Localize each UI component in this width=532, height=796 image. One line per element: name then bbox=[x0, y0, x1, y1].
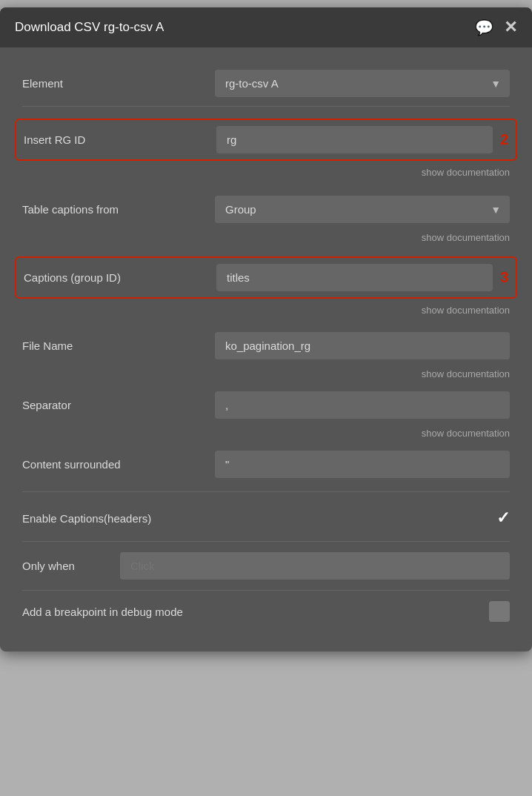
file-name-row: File Name bbox=[22, 325, 510, 367]
insert-rg-id-show-doc: show documentation bbox=[22, 165, 510, 182]
file-name-show-doc: show documentation bbox=[22, 367, 510, 384]
separator-input[interactable] bbox=[215, 391, 510, 419]
insert-rg-id-input[interactable] bbox=[216, 126, 493, 153]
enable-captions-label: Enable Captions(headers) bbox=[22, 512, 151, 525]
table-captions-show-doc: show documentation bbox=[22, 230, 510, 248]
title-bar-icons: 💬 ✕ bbox=[475, 18, 517, 37]
separator-label: Separator bbox=[22, 399, 207, 411]
debug-mode-checkbox[interactable] bbox=[489, 601, 510, 622]
separator-show-doc: show documentation bbox=[22, 426, 510, 443]
table-captions-doc-link[interactable]: show documentation bbox=[422, 232, 510, 243]
file-name-input[interactable] bbox=[215, 332, 510, 359]
insert-rg-id-doc-link[interactable]: show documentation bbox=[422, 167, 510, 178]
captions-group-id-badge: 3 bbox=[500, 269, 508, 286]
element-label: Element bbox=[22, 77, 207, 90]
debug-mode-row: Add a breakpoint in debug mode bbox=[22, 594, 510, 629]
captions-group-id-show-doc: show documentation bbox=[22, 303, 510, 320]
element-row: Element rg-to-csv A ▼ bbox=[22, 62, 510, 105]
close-icon[interactable]: ✕ bbox=[504, 18, 517, 37]
content-surrounded-input[interactable] bbox=[215, 451, 510, 478]
insert-rg-id-row: Insert RG ID 2 bbox=[15, 119, 517, 161]
table-captions-row: Table captions from Group ▼ bbox=[22, 188, 510, 230]
content-area: Element rg-to-csv A ▼ Insert RG ID 2 sho… bbox=[0, 47, 532, 651]
file-name-doc-link[interactable]: show documentation bbox=[422, 368, 510, 379]
element-select[interactable]: rg-to-csv A bbox=[215, 70, 510, 97]
comment-icon[interactable]: 💬 bbox=[475, 19, 493, 36]
captions-group-id-label: Captions (group ID) bbox=[24, 271, 209, 284]
table-captions-select-wrapper: Group ▼ bbox=[215, 196, 510, 223]
title-bar: Download CSV rg-to-csv A 💬 ✕ bbox=[0, 7, 532, 47]
only-when-input[interactable] bbox=[120, 552, 510, 580]
captions-group-id-row: Captions (group ID) 3 bbox=[15, 256, 517, 299]
element-select-wrapper: rg-to-csv A ▼ bbox=[215, 70, 510, 97]
content-surrounded-label: Content surrounded bbox=[22, 458, 207, 471]
divider-4 bbox=[22, 590, 510, 591]
dialog: Download CSV rg-to-csv A 💬 ✕ Element rg-… bbox=[0, 7, 532, 651]
debug-mode-label: Add a breakpoint in debug mode bbox=[22, 606, 183, 618]
divider-2 bbox=[22, 491, 510, 492]
only-when-row: Only when bbox=[22, 545, 510, 587]
separator-row: Separator bbox=[22, 384, 510, 426]
only-when-label: Only when bbox=[22, 560, 111, 572]
table-captions-label: Table captions from bbox=[22, 203, 207, 216]
table-captions-select[interactable]: Group bbox=[215, 196, 510, 223]
insert-rg-id-badge: 2 bbox=[500, 131, 508, 148]
enable-captions-row[interactable]: Enable Captions(headers) ✓ bbox=[22, 498, 510, 538]
insert-rg-id-label: Insert RG ID bbox=[24, 133, 209, 146]
divider-1 bbox=[22, 106, 510, 107]
separator-doc-link[interactable]: show documentation bbox=[422, 428, 510, 439]
dialog-title: Download CSV rg-to-csv A bbox=[15, 20, 164, 35]
file-name-label: File Name bbox=[22, 339, 207, 352]
content-surrounded-row: Content surrounded bbox=[22, 443, 510, 485]
captions-group-id-doc-link[interactable]: show documentation bbox=[422, 305, 510, 316]
divider-3 bbox=[22, 541, 510, 542]
captions-group-id-input[interactable] bbox=[216, 264, 493, 291]
enable-captions-checkmark[interactable]: ✓ bbox=[496, 508, 510, 528]
